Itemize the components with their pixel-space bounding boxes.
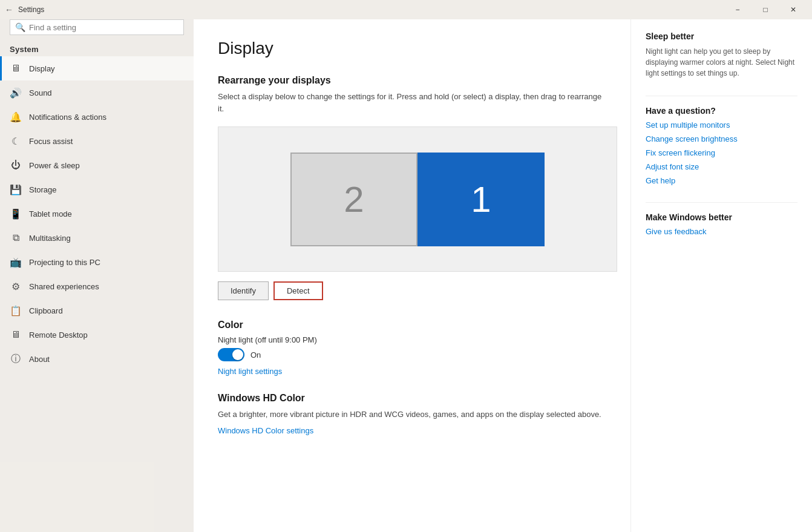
hd-color-settings-link[interactable]: Windows HD Color settings (218, 426, 313, 435)
search-container[interactable]: 🔍 (10, 19, 184, 35)
sleep-title: Sleep better (646, 31, 797, 41)
link-fix-flickering[interactable]: Fix screen flickering (646, 148, 797, 157)
link-multiple-monitors[interactable]: Set up multiple monitors (646, 120, 797, 130)
sidebar-label-notifications: Notifications & actions (29, 113, 106, 122)
sidebar: 🔍 System 🖥 Display 🔊 Sound 🔔 Notificatio… (0, 19, 194, 532)
app-body: 🔍 System 🖥 Display 🔊 Sound 🔔 Notificatio… (0, 19, 812, 532)
arrange-description: Select a display below to change the set… (218, 91, 606, 114)
minimize-button[interactable]: − (724, 0, 751, 19)
storage-icon: 💾 (10, 183, 22, 195)
hd-color-description: Get a brighter, more vibrant picture in … (218, 409, 606, 421)
sidebar-item-shared[interactable]: ⚙ Shared experiences (0, 274, 194, 298)
about-icon: ⓘ (10, 353, 22, 365)
sidebar-label-power: Power & sleep (29, 161, 80, 170)
main-content: Display Rearrange your displays Select a… (194, 19, 630, 532)
night-light-toggle[interactable] (218, 348, 244, 361)
sidebar-item-multitasking[interactable]: ⧉ Multitasking (0, 226, 194, 250)
sidebar-label-about: About (29, 355, 50, 364)
sidebar-label-clipboard: Clipboard (29, 306, 63, 315)
back-icon: ← (5, 5, 13, 15)
display-icon: 🖥 (10, 62, 22, 74)
monitor-2[interactable]: 2 (290, 153, 417, 246)
sleep-description: Night light can help you get to sleep by… (646, 46, 797, 79)
divider-1 (646, 96, 797, 96)
remote-icon: 🖥 (10, 329, 22, 341)
link-give-feedback[interactable]: Give us feedback (646, 227, 797, 236)
window-title: Settings (18, 5, 44, 14)
identify-button[interactable]: Identify (218, 281, 269, 300)
sound-icon: 🔊 (10, 87, 22, 99)
notifications-icon: 🔔 (10, 111, 22, 123)
monitor-1[interactable]: 1 (417, 153, 545, 246)
question-title: Have a question? (646, 106, 797, 116)
tablet-icon: 📱 (10, 208, 22, 220)
window-controls: − □ ✕ (724, 0, 807, 19)
link-change-brightness[interactable]: Change screen brightness (646, 134, 797, 143)
sidebar-label-projecting: Projecting to this PC (29, 258, 100, 267)
hd-color-section: Windows HD Color Get a brighter, more vi… (218, 393, 606, 435)
sidebar-label-remote: Remote Desktop (29, 330, 88, 340)
shared-icon: ⚙ (10, 280, 22, 292)
sidebar-label-multitasking: Multitasking (29, 234, 71, 243)
sidebar-item-display[interactable]: 🖥 Display (0, 56, 194, 80)
detect-button[interactable]: Detect (273, 281, 323, 300)
feedback-section: Make Windows better Give us feedback (646, 212, 797, 236)
sidebar-item-tablet[interactable]: 📱 Tablet mode (0, 202, 194, 226)
title-bar: ← Settings − □ ✕ (0, 0, 812, 19)
sidebar-item-focus[interactable]: ☾ Focus assist (0, 129, 194, 153)
arrange-heading: Rearrange your displays (218, 75, 606, 86)
right-panel: Sleep better Night light can help you ge… (630, 19, 812, 532)
clipboard-icon: 📋 (10, 304, 22, 317)
sidebar-section-title: System (0, 40, 194, 56)
multitasking-icon: ⧉ (10, 232, 22, 244)
close-button[interactable]: ✕ (779, 0, 807, 19)
color-heading: Color (218, 320, 606, 330)
display-buttons: Identify Detect (218, 281, 606, 300)
hd-color-heading: Windows HD Color (218, 393, 606, 404)
projecting-icon: 📺 (10, 256, 22, 268)
display-arrangement[interactable]: 2 1 (218, 126, 617, 272)
sidebar-item-remote[interactable]: 🖥 Remote Desktop (0, 323, 194, 347)
sidebar-item-storage[interactable]: 💾 Storage (0, 177, 194, 202)
sidebar-label-storage: Storage (29, 185, 57, 194)
monitor-1-label: 1 (471, 179, 491, 220)
toggle-row: On (218, 348, 606, 361)
sidebar-label-display: Display (29, 64, 55, 73)
color-section: Color Night light (off until 9:00 PM) On… (218, 320, 606, 376)
toggle-label: On (250, 350, 261, 360)
link-adjust-font[interactable]: Adjust font size (646, 162, 797, 171)
sidebar-item-notifications[interactable]: 🔔 Notifications & actions (0, 105, 194, 129)
night-light-label: Night light (off until 9:00 PM) (218, 335, 606, 344)
focus-icon: ☾ (10, 135, 22, 147)
feedback-title: Make Windows better (646, 212, 797, 222)
search-input[interactable] (29, 23, 178, 32)
sidebar-label-tablet: Tablet mode (29, 209, 72, 218)
monitor-2-label: 2 (344, 179, 364, 220)
arrange-section: Rearrange your displays Select a display… (218, 75, 606, 300)
sleep-section: Sleep better Night light can help you ge… (646, 31, 797, 79)
search-icon: 🔍 (15, 22, 25, 32)
sidebar-label-shared: Shared experiences (29, 282, 99, 291)
divider-2 (646, 202, 797, 203)
sidebar-item-clipboard[interactable]: 📋 Clipboard (0, 298, 194, 323)
page-title: Display (218, 39, 606, 58)
sidebar-label-sound: Sound (29, 88, 52, 97)
sidebar-item-projecting[interactable]: 📺 Projecting to this PC (0, 250, 194, 274)
question-section: Have a question? Set up multiple monitor… (646, 106, 797, 185)
sidebar-label-focus: Focus assist (29, 137, 73, 146)
night-light-settings-link[interactable]: Night light settings (218, 367, 282, 376)
sidebar-item-sound[interactable]: 🔊 Sound (0, 80, 194, 105)
sidebar-item-about[interactable]: ⓘ About (0, 347, 194, 371)
power-icon: ⏻ (10, 159, 22, 171)
sidebar-item-power[interactable]: ⏻ Power & sleep (0, 153, 194, 177)
link-get-help[interactable]: Get help (646, 176, 797, 185)
toggle-knob (232, 349, 243, 360)
maximize-button[interactable]: □ (751, 0, 779, 19)
